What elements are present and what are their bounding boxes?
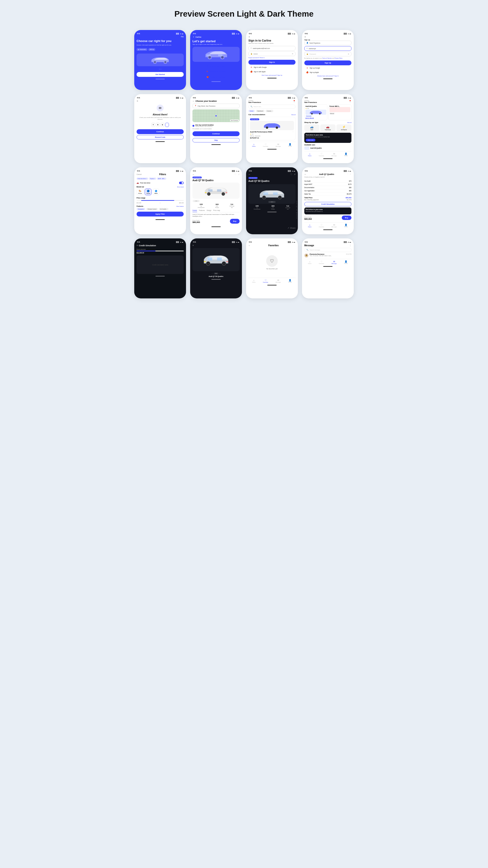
convertible-chip[interactable]: Conver...	[265, 110, 274, 112]
close-btn-3[interactable]: ✕	[249, 36, 250, 38]
heart-icon-10[interactable]: ♡	[234, 173, 236, 176]
ev-type[interactable]: ⚡ EV/Hybrid	[337, 124, 351, 131]
back-arrow-11[interactable]: ←	[249, 173, 251, 176]
nav-home-15[interactable]: ⌂Home	[252, 279, 256, 283]
share-floating-icon[interactable]: ↗ Share	[287, 227, 295, 229]
message-item-florencia[interactable]: 👩 Florencia Dorrance 04:10 PM Yes, of co…	[304, 253, 351, 257]
current-location-row[interactable]: Use my current location Jackson Street, …	[193, 123, 239, 128]
code-box-1[interactable]: 7	[151, 123, 155, 127]
view-cars-btn[interactable]: View cars	[306, 139, 315, 142]
heart-icon-11[interactable]: ♡	[290, 173, 292, 176]
suv-type[interactable]: 🚙 SUV	[304, 124, 319, 131]
apple-signin-btn[interactable]: 🍎 Sign in with Apple	[249, 70, 295, 73]
remove-tag-1[interactable]: ×	[146, 178, 147, 179]
code-box-2[interactable]: 5	[156, 123, 160, 127]
degree-indicator[interactable]: < 360 >	[193, 200, 200, 202]
nav-feature[interactable]: Navigation	[137, 208, 145, 210]
share-icon-10[interactable]: ↗	[238, 173, 239, 176]
continue-location-btn[interactable]: Continue	[193, 131, 239, 136]
nav-profile-12[interactable]: 👤Profile	[344, 224, 348, 227]
nav-message-7[interactable]: ✉Message	[276, 143, 281, 147]
nav-favorites-16[interactable]: ♡Favorites	[319, 260, 324, 264]
ac-feature[interactable]: Air Conditi...	[159, 208, 168, 210]
close-btn-4[interactable]: ✕	[304, 36, 306, 38]
apply-filter-btn[interactable]: Apply Filter	[137, 212, 184, 216]
signup-link[interactable]: Sign Up	[277, 74, 282, 76]
nav-message-16[interactable]: ✉Message	[332, 260, 337, 264]
climate-feature[interactable]: Climate Control	[146, 208, 158, 210]
signin-btn[interactable]: Sign In	[249, 60, 295, 65]
nav-profile-15[interactable]: 👤Profile	[288, 279, 292, 283]
nav-home-8[interactable]: ⌂Home	[308, 153, 312, 156]
back-arrow-6[interactable]: ←	[193, 100, 195, 102]
toggle-switch[interactable]	[179, 182, 184, 184]
continue-email-btn[interactable]: ✉ Continue with Email	[193, 64, 239, 68]
cancel-btn[interactable]: Cancel	[137, 174, 142, 175]
signin-link[interactable]: Sign In	[334, 75, 339, 76]
nav-message-15[interactable]: ✉Message	[276, 279, 281, 283]
shop-view-all[interactable]: View all	[347, 122, 351, 123]
bmw-brand[interactable]: 🔷 BMW	[153, 189, 159, 195]
tab-details[interactable]: Details	[193, 210, 197, 212]
car-360-view-container[interactable]: < 360 >	[249, 184, 295, 204]
code-box-4[interactable]	[165, 123, 169, 127]
nav-home-7[interactable]: ⌂Home	[252, 143, 256, 147]
close-btn-5[interactable]: ✕	[137, 100, 138, 102]
toyota-tag[interactable]: Toyota ×	[149, 178, 156, 180]
heart-icon-12[interactable]: ♡	[347, 173, 349, 176]
carousel-prev[interactable]: ‹	[159, 68, 160, 70]
ferrari-brand[interactable]: 🐎 Ferrari	[137, 189, 143, 195]
ferrari-card[interactable]: Ferrari 488 S... Manual	[328, 104, 351, 120]
nav-favorites-12[interactable]: ♡Favorites	[319, 224, 324, 227]
sedan-chip[interactable]: Sedan	[249, 110, 255, 112]
tab-features[interactable]: Features	[199, 210, 205, 212]
next-btn-14[interactable]: ›	[220, 272, 221, 274]
down-payment-bar[interactable]	[137, 251, 184, 251]
location-search[interactable]: 📍 Clay Street, San Fransisco	[193, 104, 239, 108]
google-signup-btn[interactable]: G Sign up Google	[304, 66, 351, 70]
resend-code-btn[interactable]: Resend Code	[137, 135, 184, 140]
free-drive-tag[interactable]: Free test drive ×	[137, 178, 148, 180]
buy-btn-12[interactable]: Buy	[342, 216, 351, 220]
reset-link[interactable]: Reset it	[260, 57, 264, 58]
car-search-bar[interactable]: 🔍 Search cars...	[249, 104, 295, 109]
continue-verify-btn[interactable]: Continue	[137, 129, 184, 134]
like-icon-r8[interactable]: ♡	[292, 131, 294, 133]
nav-home-12[interactable]: ⌂Home	[308, 224, 312, 227]
continue-google-btn[interactable]: G Continue with Google	[193, 69, 239, 73]
tab-price-map[interactable]: Price map	[213, 210, 220, 212]
view-all-link[interactable]: View all	[291, 114, 295, 115]
credit-simulation-btn[interactable]: Credit Simulation	[304, 202, 351, 206]
toyota-brand[interactable]: 🔵 Toyota	[145, 189, 151, 195]
eye-icon-3[interactable]: 👁	[292, 53, 293, 55]
skip-location-btn[interactable]: Skip	[193, 138, 239, 143]
terms-link[interactable]: Terms of Service	[322, 58, 332, 59]
name-input-field[interactable]: 👤 Saski Ropakova	[304, 41, 351, 45]
nav-favorites-15[interactable]: ♡Favorites	[263, 279, 268, 283]
back-arrow-15[interactable]: ←	[249, 244, 251, 247]
share-icon-11[interactable]: ↗	[294, 173, 295, 176]
nav-profile-7[interactable]: 👤Profile	[288, 143, 292, 147]
code-box-3[interactable]: 0	[161, 123, 164, 127]
continue-apple-btn[interactable]: 🍎 Continue with Apple	[193, 74, 239, 80]
share-icon-12[interactable]: ↗	[350, 173, 351, 176]
nav-message-12[interactable]: ✉Message	[332, 224, 337, 227]
password-input-field-4[interactable]: 🔒 Password 👁	[304, 52, 351, 56]
skip-btn[interactable]: Skip	[137, 36, 184, 37]
nav-favorites-8[interactable]: ♡Favorites	[319, 153, 324, 156]
nav-favorites-7[interactable]: ♡Favorites	[263, 143, 268, 147]
eye-icon-4[interactable]: 👁	[348, 53, 349, 55]
message-search[interactable]: 🔍 Search message...	[304, 248, 351, 252]
nav-profile-8[interactable]: 👤Profile	[344, 153, 348, 156]
price-tag[interactable]: $23K - $80...	[157, 178, 167, 180]
email-input-field-4[interactable]: ✉ saskiaropo	[304, 46, 351, 51]
back-arrow-10[interactable]: ←	[193, 173, 195, 176]
back-arrow-12[interactable]: ←	[304, 173, 306, 176]
hatchback-type[interactable]: 🚗 Hatchback	[320, 124, 335, 131]
degree-badge-11[interactable]: < 360 >	[268, 201, 276, 203]
privacy-link[interactable]: Privacy Policy	[335, 58, 342, 59]
signup-btn[interactable]: Sign Up	[304, 60, 351, 65]
prev-btn-14[interactable]: ‹	[212, 272, 212, 274]
audi-a8-card[interactable]: Audi A8 Quattro ★ 4.8 Automatic $112,150…	[304, 104, 327, 120]
carousel-next[interactable]: ›	[161, 68, 161, 70]
